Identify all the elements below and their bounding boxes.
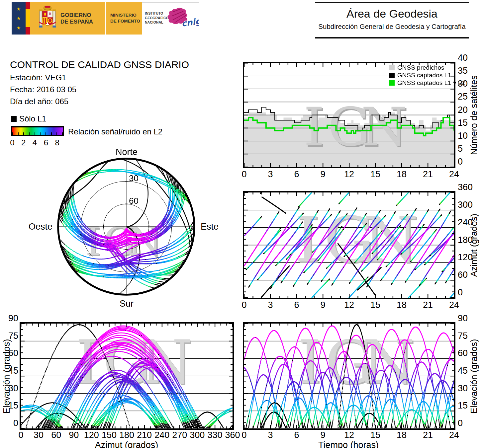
spain-coat-of-arms-icon	[38, 5, 57, 31]
tick-label: 45	[458, 366, 468, 376]
gray-swatch-icon	[389, 65, 395, 70]
tick-label: 15	[458, 118, 468, 128]
tick-label: 6	[283, 430, 310, 440]
sky-south-label: Sur	[105, 299, 148, 309]
el-az-ylabel: Elevación (grados)	[2, 323, 12, 429]
tick-label: 12	[336, 169, 362, 180]
tick-label: 360	[458, 182, 473, 192]
tick-label: 18	[388, 300, 415, 310]
legend-row: GNSS predichos	[389, 64, 465, 71]
sat-count-ylabel: Número de satélites	[469, 62, 480, 168]
tick-label: 21	[415, 169, 441, 180]
legend-row: GNSS captados L1	[389, 71, 465, 79]
tick-label: 0	[231, 300, 257, 310]
tick-label: 3	[257, 430, 284, 440]
colorbar-number: 4	[32, 138, 38, 147]
colorbar-tick	[51, 132, 52, 135]
tick-label: 9	[310, 300, 336, 310]
tick-label: 40	[458, 53, 468, 63]
tick-label: 10	[458, 131, 468, 141]
colorbar-tick	[40, 132, 41, 135]
gobierno-label: GOBIERNO DE ESPAÑA	[60, 12, 93, 26]
tick-label: 21	[415, 430, 441, 440]
colorbar-number: 6	[43, 138, 49, 147]
colorbar-number: 2	[20, 138, 27, 147]
colorbar-number: 0	[9, 138, 16, 147]
tick-label: 0	[231, 430, 257, 440]
az-time-canvas	[244, 192, 454, 298]
star-icon: ★	[17, 25, 21, 31]
az-time-ylabel: Azimut (grados)	[469, 192, 480, 298]
tick-label: 15	[362, 300, 389, 310]
solo-l1-legend: Sólo L1	[11, 114, 46, 123]
sky-ring-60-label: 60	[129, 196, 139, 206]
gnss-quality-report-page: ★ ★ ★	[0, 0, 480, 448]
legend-label: GNSS predichos	[397, 64, 444, 71]
tick-label: 9	[310, 169, 336, 180]
tick-label: 0	[231, 169, 257, 180]
star-icon: ★	[17, 6, 21, 12]
tick-label: 20	[458, 105, 468, 115]
el-time-ylabel: Elevación (grados)	[469, 323, 480, 429]
station-line: Estación: VEG1	[10, 73, 66, 82]
colorbar-tick	[62, 132, 63, 135]
sky-north-label: Norte	[105, 147, 148, 157]
tick-label: 24	[441, 430, 467, 440]
page-title: CONTROL DE CALIDAD GNSS DIARIO	[10, 59, 189, 70]
colorbar-tick	[29, 132, 30, 135]
green-swatch-icon	[389, 80, 395, 86]
tick-label: 18	[388, 169, 415, 180]
tick-label: 15	[362, 430, 389, 440]
colorbar-label: Relación señal/ruido en L2	[68, 127, 162, 136]
area-title: Área de Geodesia	[315, 7, 469, 20]
gobierno-box: GOBIERNO DE ESPAÑA	[30, 2, 105, 35]
az-time-chart-frame	[243, 191, 455, 299]
tick-label: 24	[441, 300, 467, 310]
area-subtitle: Subdirección General de Geodesia y Carto…	[315, 23, 469, 31]
tick-label: 3	[257, 169, 284, 180]
colorbar-number: 8	[54, 138, 60, 147]
legend-label: GNSS captados L1 y L2	[397, 79, 465, 87]
el-az-chart-frame	[20, 322, 234, 430]
colorbar-tick	[12, 132, 13, 135]
sat-count-legend: GNSS predichos GNSS captados L1 GNSS cap…	[389, 64, 465, 87]
tick-label: 5	[458, 144, 463, 154]
ministerio-label: MINISTERIO DE FOMENTO	[106, 12, 140, 24]
spain-flag-strip	[26, 2, 30, 35]
instituto-box: INSTITUTO GEOGRÁFICO NACIONAL cnig	[142, 2, 199, 35]
tick-label: 24	[441, 169, 467, 180]
star-icon: ★	[17, 16, 21, 21]
tick-label: 0	[458, 418, 463, 428]
tick-label: 15	[458, 401, 468, 411]
tick-label: 9	[310, 430, 336, 440]
el-time-canvas	[244, 324, 454, 428]
eu-flag-strip: ★ ★ ★	[12, 2, 26, 35]
tick-label: 12	[336, 430, 362, 440]
tick-label: 75	[458, 331, 468, 341]
tick-label: 60	[458, 348, 468, 358]
ministerio-box: MINISTERIO DE FOMENTO	[106, 2, 142, 35]
colorbar-tick	[23, 132, 24, 135]
tick-label: 18	[388, 430, 415, 440]
tick-label: 30	[458, 383, 468, 394]
cnig-logo-icon: cnig	[163, 5, 199, 33]
black-swatch-icon	[389, 73, 395, 78]
solo-l1-label: Sólo L1	[19, 114, 46, 123]
government-logo-block: ★ ★ ★	[12, 2, 188, 35]
area-geodesia-header: Área de Geodesia Subdirección General de…	[315, 2, 469, 38]
tick-label: 15	[362, 169, 389, 180]
tick-label: 0	[458, 157, 463, 167]
el-az-canvas	[21, 324, 233, 428]
el-time-xlabel: Tiempo (horas)	[299, 440, 398, 448]
tick-label: 90	[458, 313, 468, 324]
legend-row: GNSS captados L1 y L2	[389, 79, 465, 87]
skyplot-canvas	[55, 155, 198, 298]
doy-line: Día del año: 065	[10, 97, 68, 106]
tick-label: 60	[458, 270, 468, 280]
colorbar-tick	[56, 132, 57, 135]
snr-colorbar	[11, 126, 64, 136]
tick-label: 21	[415, 300, 441, 310]
el-time-chart-frame	[243, 322, 455, 430]
tick-label: 90	[0, 313, 18, 324]
el-az-xlabel: Azimut (grados)	[77, 440, 176, 448]
